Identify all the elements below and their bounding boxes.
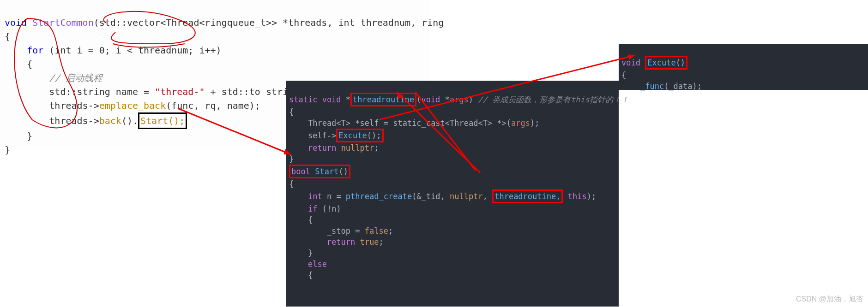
mid-l9f: ); bbox=[587, 192, 596, 201]
mid-l5a bbox=[289, 143, 308, 153]
mid-l6: } bbox=[289, 154, 294, 164]
mid-false: false bbox=[365, 226, 388, 236]
mid-if: if bbox=[308, 204, 317, 213]
comment-startthread: // 启动线程 bbox=[5, 72, 102, 83]
excute-call-box: Excute(); bbox=[336, 129, 383, 142]
mid-void2: void bbox=[421, 95, 440, 104]
pthread-create: pthread_create bbox=[346, 192, 412, 201]
threadroutine-def: threadroutine bbox=[353, 95, 414, 104]
mid-this: this bbox=[568, 192, 587, 201]
mid-l9b: n = bbox=[322, 192, 346, 201]
mid-l3b: ); bbox=[530, 118, 539, 128]
brace-close: } bbox=[5, 144, 10, 155]
mid-l1c: ( bbox=[416, 95, 421, 104]
mid-l11: { bbox=[289, 215, 313, 224]
emplace-call: emplace_back bbox=[99, 100, 166, 111]
for-close: } bbox=[5, 130, 32, 142]
mid-return: return bbox=[308, 143, 336, 153]
right-void: void bbox=[621, 58, 640, 67]
mid-l9e bbox=[563, 192, 567, 201]
mid-l2: { bbox=[289, 107, 294, 117]
mid-l1f: ) bbox=[469, 95, 478, 104]
mid-l10b: (!n) bbox=[317, 204, 341, 213]
for-cond: (int i = 0; i < threadnum; i++) bbox=[43, 45, 221, 56]
mid-l9a bbox=[289, 192, 308, 201]
right-l3a bbox=[621, 82, 640, 91]
mid-l5c: ; bbox=[374, 143, 379, 153]
mid-star: * bbox=[346, 95, 350, 104]
back-b: (). bbox=[121, 115, 138, 126]
right-l2: { bbox=[621, 71, 626, 80]
mid-l10a bbox=[289, 204, 308, 213]
mid-l13b bbox=[355, 237, 360, 247]
mid-true: true bbox=[360, 237, 379, 247]
mid-comment: // 类成员函数，形参是有this指针的！！ bbox=[478, 95, 629, 104]
mid-bool: bool bbox=[291, 167, 310, 176]
mid-l12a: _stop = bbox=[289, 226, 365, 236]
name-str: "thread-" bbox=[155, 86, 205, 97]
mid-l7c: () bbox=[338, 167, 348, 176]
right-l3b: (_data); bbox=[664, 82, 702, 91]
mid-l13a bbox=[289, 237, 327, 247]
kw-void: void bbox=[5, 17, 27, 28]
start-call: Start(); bbox=[140, 115, 185, 126]
threadroutine-def-box: threadroutine bbox=[350, 93, 416, 106]
for-brace: { bbox=[5, 59, 32, 70]
excute-call: Excute bbox=[338, 131, 367, 140]
watermark: CSDN @加油，旭杏 bbox=[796, 295, 863, 304]
mid-l1e: * bbox=[440, 95, 449, 104]
name-a: std::string name = bbox=[5, 86, 155, 97]
brace-open: { bbox=[5, 31, 10, 42]
start-def-box: bool Start() bbox=[289, 165, 350, 178]
right-func: _func bbox=[640, 82, 664, 91]
mid-int: int bbox=[308, 192, 322, 201]
right-l1c: () bbox=[676, 58, 685, 67]
mid-l3a: Thread<T> *self = static_cast<Thread<T> … bbox=[289, 118, 511, 128]
excute-def-box: Excute() bbox=[645, 56, 687, 70]
mid-l15a bbox=[289, 260, 308, 269]
mid-l9d: , bbox=[483, 192, 492, 201]
excute-def: Excute bbox=[647, 58, 675, 67]
mid-l7b bbox=[310, 167, 315, 176]
mid-l4a: self-> bbox=[289, 131, 336, 140]
fn-startcommon: StartCommon bbox=[32, 17, 93, 28]
mid-l12b: ; bbox=[388, 226, 393, 236]
mid-nullptr: nullptr bbox=[341, 143, 374, 153]
mid-args: args bbox=[450, 95, 469, 104]
back-a: threads-> bbox=[5, 115, 99, 126]
emplace-b: (func, rq, name); bbox=[166, 100, 260, 111]
mid-l3args: args bbox=[511, 118, 530, 128]
threadroutine-arg: threadroutine, bbox=[494, 192, 561, 201]
code-block-dark-mid: static void *threadroutine(void *args) /… bbox=[286, 81, 619, 307]
mid-return2: return bbox=[327, 237, 355, 247]
kw-for: for bbox=[27, 45, 43, 56]
mid-static-void: static void bbox=[289, 95, 346, 104]
right-l1b bbox=[640, 58, 645, 67]
mid-l16: { bbox=[289, 271, 313, 280]
mid-l8: { bbox=[289, 179, 294, 189]
mid-l14: } bbox=[289, 248, 313, 258]
start-def: Start bbox=[315, 167, 338, 176]
mid-null2: nullptr bbox=[450, 192, 483, 201]
threadroutine-arg-box: threadroutine, bbox=[492, 189, 563, 203]
sig-rest: (std::vector<Thread<ringqueue_t>> *threa… bbox=[94, 17, 444, 28]
mid-l4b: (); bbox=[367, 131, 381, 140]
start-box: Start(); bbox=[138, 112, 187, 129]
code-block-dark-right: void Excute() { _func(_data); bbox=[619, 44, 868, 90]
back-call: back bbox=[99, 115, 121, 126]
emplace-a: threads-> bbox=[5, 100, 99, 111]
mid-l5b bbox=[336, 143, 341, 153]
mid-l13c: ; bbox=[379, 237, 384, 247]
mid-l9c: (&_tid, bbox=[412, 192, 450, 201]
mid-else: else bbox=[308, 260, 327, 269]
